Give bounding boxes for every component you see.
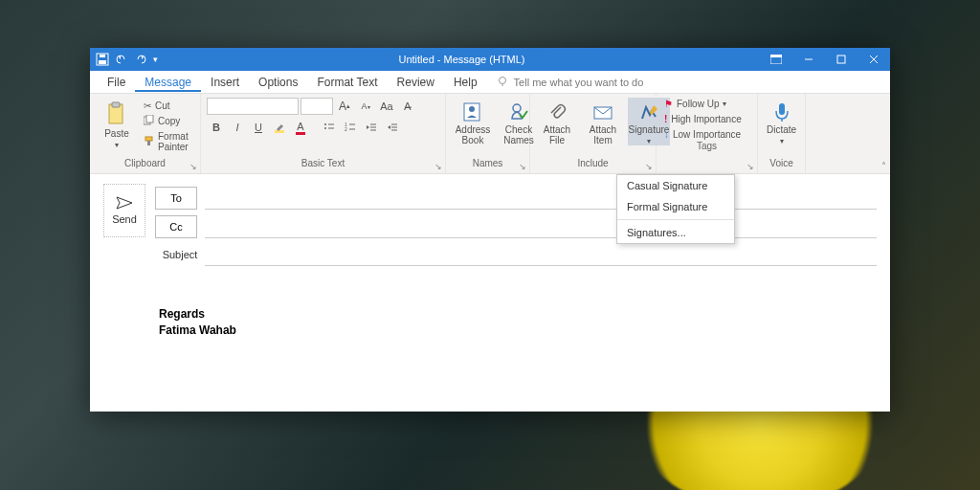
- paste-button[interactable]: Paste ▾: [96, 98, 138, 149]
- message-body[interactable]: Regards Fatima Wahab: [155, 268, 877, 339]
- undo-icon[interactable]: [115, 53, 128, 66]
- close-button[interactable]: [858, 48, 890, 71]
- maximize-button[interactable]: [825, 48, 858, 71]
- down-arrow-icon: ↓: [664, 129, 669, 140]
- subject-label: Subject: [155, 249, 205, 260]
- collapse-ribbon-button[interactable]: ˄: [881, 161, 886, 171]
- redo-icon[interactable]: [134, 53, 147, 66]
- names-dialog-launcher[interactable]: ↘: [519, 162, 526, 171]
- text-highlight-button[interactable]: [270, 119, 289, 136]
- subject-field[interactable]: [205, 243, 877, 266]
- copy-button[interactable]: Copy: [142, 114, 194, 128]
- to-field[interactable]: [205, 187, 877, 210]
- high-importance-button[interactable]: !High Importance: [662, 113, 751, 125]
- chevron-down-icon: ▾: [780, 137, 784, 145]
- flag-icon: ⚑: [664, 99, 673, 109]
- tab-options[interactable]: Options: [249, 72, 307, 92]
- svg-point-33: [469, 106, 475, 112]
- quick-access-toolbar: ▾: [90, 53, 164, 66]
- font-color-button[interactable]: A: [291, 119, 310, 136]
- group-label-clipboard: Clipboard: [90, 158, 200, 173]
- svg-point-34: [513, 104, 521, 112]
- svg-rect-17: [275, 130, 284, 133]
- svg-point-9: [499, 77, 505, 83]
- change-case-button[interactable]: Aa: [377, 98, 396, 115]
- group-clipboard: Paste ▾ ✂Cut Copy Format Painter Clipboa…: [90, 94, 201, 173]
- ribbon-display-options-icon[interactable]: [760, 48, 792, 71]
- lightbulb-icon: [497, 76, 508, 89]
- window-title: Untitled - Message (HTML): [164, 54, 760, 65]
- cc-field[interactable]: [205, 215, 877, 238]
- tab-help[interactable]: Help: [444, 72, 487, 92]
- send-button[interactable]: Send: [103, 184, 145, 237]
- tell-me-placeholder: Tell me what you want to do: [514, 77, 644, 88]
- bold-button[interactable]: B: [207, 119, 226, 136]
- numbering-button[interactable]: 12: [341, 119, 360, 136]
- titlebar: ▾ Untitled - Message (HTML): [90, 48, 890, 71]
- chevron-down-icon: ▾: [115, 141, 119, 149]
- cut-button[interactable]: ✂Cut: [142, 100, 194, 112]
- group-label-names: Names: [446, 158, 529, 173]
- group-basic-text: A▴ A▾ Aa A̶ B I U A 12 Ba: [201, 94, 446, 173]
- dictate-button[interactable]: Dictate ▾: [761, 98, 803, 145]
- paintbrush-icon: [144, 136, 154, 148]
- tab-review[interactable]: Review: [388, 72, 444, 92]
- ribbon: Paste ▾ ✂Cut Copy Format Painter Clipboa…: [90, 94, 890, 174]
- decrease-indent-button[interactable]: [362, 119, 381, 136]
- group-label-basic-text: Basic Text: [201, 158, 445, 173]
- signature-line-1: Regards: [159, 306, 877, 323]
- signatures-more[interactable]: Signatures...: [617, 222, 734, 243]
- svg-point-20: [324, 127, 326, 129]
- send-icon: [116, 196, 133, 212]
- bullets-button[interactable]: [320, 119, 339, 136]
- attach-item-button[interactable]: Attach Item: [582, 98, 624, 145]
- cc-button[interactable]: Cc: [155, 215, 197, 238]
- address-book-icon: [462, 101, 483, 122]
- signature-option-formal[interactable]: Formal Signature: [617, 196, 734, 217]
- tab-insert[interactable]: Insert: [201, 72, 249, 92]
- scissors-icon: ✂: [144, 100, 151, 111]
- paperclip-icon: [547, 101, 567, 122]
- window-controls: [760, 48, 890, 71]
- underline-button[interactable]: U: [249, 119, 268, 136]
- basic-text-dialog-launcher[interactable]: ↘: [434, 162, 442, 171]
- svg-rect-2: [100, 55, 105, 57]
- svg-rect-14: [146, 115, 153, 122]
- tags-dialog-launcher[interactable]: ↘: [746, 162, 754, 171]
- follow-up-button[interactable]: ⚑Follow Up▾: [662, 98, 751, 110]
- increase-indent-button[interactable]: [383, 119, 402, 136]
- copy-icon: [144, 115, 154, 127]
- microphone-icon: [773, 101, 791, 122]
- font-family-combo[interactable]: [207, 98, 299, 115]
- format-painter-button[interactable]: Format Painter: [142, 130, 194, 153]
- attach-file-button[interactable]: Attach File: [536, 98, 578, 145]
- address-book-button[interactable]: Address Book: [452, 98, 494, 145]
- group-label-tags: Tags: [657, 141, 757, 156]
- clear-formatting-button[interactable]: A̶: [398, 98, 417, 115]
- signature-line-2: Fatima Wahab: [159, 323, 877, 339]
- save-icon[interactable]: [96, 53, 109, 66]
- tab-message[interactable]: Message: [135, 72, 201, 92]
- tab-format-text[interactable]: Format Text: [307, 72, 387, 92]
- minimize-button[interactable]: [792, 48, 825, 71]
- check-names-icon: [508, 101, 529, 122]
- low-importance-button[interactable]: ↓Low Importance: [662, 128, 751, 141]
- tab-file[interactable]: File: [98, 72, 135, 92]
- group-voice: Dictate ▾ Voice: [758, 94, 806, 173]
- signature-option-casual[interactable]: Casual Signature: [617, 175, 734, 196]
- clipboard-dialog-launcher[interactable]: ↘: [189, 162, 197, 171]
- font-size-combo[interactable]: [301, 98, 333, 115]
- to-button[interactable]: To: [155, 187, 197, 210]
- qat-customize-icon[interactable]: ▾: [153, 55, 158, 64]
- italic-button[interactable]: I: [228, 119, 247, 136]
- svg-rect-4: [770, 55, 782, 57]
- tell-me-search[interactable]: Tell me what you want to do: [497, 76, 644, 89]
- include-dialog-launcher[interactable]: ↘: [645, 162, 653, 171]
- shrink-font-button[interactable]: A▾: [356, 98, 375, 115]
- svg-rect-16: [147, 141, 150, 145]
- svg-point-18: [324, 123, 326, 125]
- group-label-include: Include: [530, 158, 656, 173]
- exclamation-icon: !: [664, 114, 667, 124]
- grow-font-button[interactable]: A▴: [335, 98, 354, 115]
- outlook-message-window: ▾ Untitled - Message (HTML) File Message…: [90, 48, 890, 412]
